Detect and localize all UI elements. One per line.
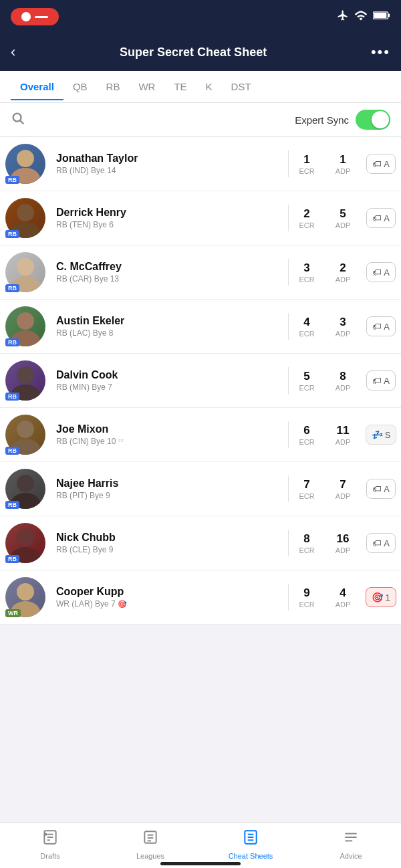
table-row[interactable]: RB C. McCaffrey RB (CAR) Bye 13 3 ECR 2 … (0, 245, 401, 300)
toggle-knob (372, 111, 389, 128)
adp-col: 2 ADP (325, 261, 361, 284)
adp-value: 3 (325, 316, 361, 329)
tab-dst[interactable]: DST (222, 73, 261, 100)
ecr-col: 1 ECR (289, 153, 325, 175)
record-line (35, 16, 48, 18)
player-name: Joe Mixon (56, 423, 288, 435)
avatar-wrap: RB (5, 306, 49, 346)
table-row[interactable]: RB Najee Harris RB (PIT) Bye 9 7 ECR 7 A… (0, 462, 401, 516)
player-name: Cooper Kupp (56, 586, 288, 598)
tab-rb[interactable]: RB (97, 73, 130, 100)
tab-te[interactable]: TE (164, 73, 196, 100)
svg-point-7 (17, 204, 34, 221)
expert-sync-toggle[interactable] (356, 110, 390, 130)
action-button[interactable]: 🏷 A (366, 316, 396, 336)
position-badge: RB (5, 501, 19, 509)
position-badge: RB (5, 393, 19, 401)
nav-item-leagues[interactable]: Leagues (127, 829, 174, 860)
player-info: Joe Mixon RB (CIN) Bye 10 ᶻᶻ (49, 423, 288, 446)
nav-item-drafts[interactable]: Drafts (27, 829, 74, 860)
adp-value: 5 (325, 207, 361, 221)
tab-k[interactable]: K (196, 73, 222, 100)
avatar-wrap: RB (5, 198, 49, 238)
ecr-col: 4 ECR (289, 316, 325, 338)
action-button[interactable]: 🏷 A (366, 533, 396, 553)
ecr-label: ECR (289, 167, 325, 175)
search-wrap[interactable] (11, 111, 25, 129)
table-row[interactable]: RB Austin Ekeler RB (LAC) Bye 8 4 ECR 3 … (0, 300, 401, 354)
target-icon: 🎯 (118, 600, 127, 608)
ecr-label: ECR (289, 221, 325, 229)
action-label: A (384, 538, 390, 548)
adp-label: ADP (325, 384, 361, 392)
player-info: Jonathan Taylor RB (IND) Bye 14 (49, 152, 288, 175)
tag-icon: 🏷 (372, 158, 382, 169)
back-button[interactable]: ‹ (11, 43, 15, 61)
svg-line-4 (20, 120, 23, 124)
tab-bar: Overall QB RB WR TE K DST (0, 71, 401, 103)
player-meta: RB (CLE) Bye 9 (56, 545, 288, 554)
player-info: C. McCaffrey RB (CAR) Bye 13 (49, 261, 288, 284)
avatar-wrap: RB (5, 144, 49, 184)
action-button[interactable]: 🏷 A (366, 208, 396, 228)
tab-wr[interactable]: WR (129, 73, 164, 100)
adp-label: ADP (325, 276, 361, 284)
action-button[interactable]: 🏷 A (366, 154, 396, 174)
action-col: 🏷 A (361, 262, 401, 282)
position-badge: RB (5, 338, 19, 346)
ecr-col: 7 ECR (289, 478, 325, 500)
player-info: Dalvin Cook RB (MIN) Bye 7 (49, 369, 288, 392)
ecr-value: 2 (289, 207, 325, 221)
action-button[interactable]: 🏷 A (366, 262, 396, 282)
tag-icon: 🏷 (372, 538, 382, 548)
table-row[interactable]: RB Derrick Henry RB (TEN) Bye 6 2 ECR 5 … (0, 191, 401, 245)
table-row[interactable]: RB Nick Chubb RB (CLE) Bye 9 8 ECR 16 AD… (0, 516, 401, 570)
action-col: 🏷 A (361, 316, 401, 336)
status-bar (0, 0, 401, 33)
nav-item-advice[interactable]: Advice (327, 829, 374, 860)
ecr-value: 9 (289, 586, 325, 600)
tag-icon: 🏷 (372, 375, 382, 386)
position-badge: RB (5, 176, 19, 184)
action-label: S (385, 430, 391, 440)
action-label: A (384, 213, 390, 223)
record-dot (21, 12, 31, 21)
wifi-icon (354, 10, 368, 23)
table-row[interactable]: RB Joe Mixon RB (CIN) Bye 10 ᶻᶻ 6 ECR 11… (0, 408, 401, 462)
more-button[interactable]: ••• (371, 43, 390, 61)
action-label: A (384, 159, 390, 169)
position-badge: RB (5, 284, 19, 292)
ecr-label: ECR (289, 438, 325, 446)
battery-icon (373, 11, 390, 23)
ecr-value: 1 (289, 153, 325, 167)
player-name: Najee Harris (56, 477, 288, 490)
table-row[interactable]: RB Jonathan Taylor RB (IND) Bye 14 1 ECR… (0, 137, 401, 191)
adp-label: ADP (325, 438, 361, 446)
ecr-value: 5 (289, 370, 325, 383)
action-button[interactable]: 🏷 A (366, 479, 396, 499)
header-title: Super Secret Cheat Sheet (120, 45, 267, 60)
avatar-wrap: RB (5, 252, 49, 292)
action-button[interactable]: 💤 S (366, 425, 397, 445)
action-label: A (384, 322, 390, 332)
table-row[interactable]: RB Dalvin Cook RB (MIN) Bye 7 5 ECR 8 AD… (0, 354, 401, 408)
action-col: 🏷 A (361, 208, 401, 228)
ecr-label: ECR (289, 601, 325, 609)
nav-item-cheatsheets[interactable]: Cheat Sheets (227, 829, 274, 860)
adp-col: 5 ADP (325, 207, 361, 229)
record-button[interactable] (11, 8, 59, 25)
action-label: A (384, 267, 390, 278)
tab-overall[interactable]: Overall (11, 73, 63, 100)
tab-qb[interactable]: QB (63, 73, 97, 100)
status-icons (337, 9, 390, 24)
action-button[interactable]: 🏷 A (366, 370, 396, 391)
adp-value: 4 (325, 586, 361, 600)
action-button[interactable]: 🎯 1 (366, 587, 396, 607)
search-icon (11, 111, 25, 129)
target-action-icon: 🎯 (372, 592, 383, 603)
player-info: Nick Chubb RB (CLE) Bye 9 (49, 532, 288, 554)
player-meta: RB (PIT) Bye 9 (56, 491, 288, 500)
avatar-wrap: RB (5, 415, 49, 455)
adp-value: 11 (325, 424, 361, 437)
table-row[interactable]: WR Cooper Kupp WR (LAR) Bye 7 🎯 9 ECR 4 … (0, 570, 401, 625)
